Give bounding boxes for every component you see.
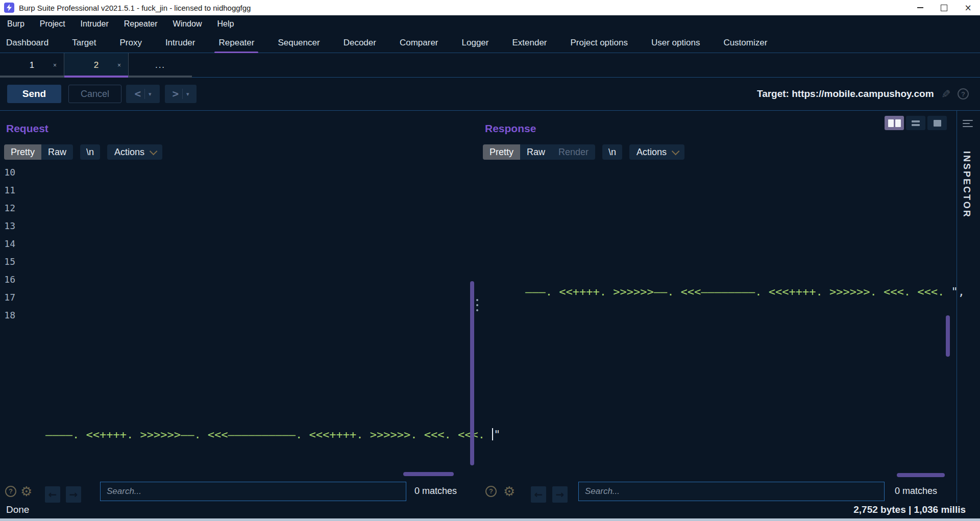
close-tab-icon[interactable]: × bbox=[53, 62, 57, 69]
tab-proxy[interactable]: Proxy bbox=[119, 33, 141, 53]
response-match-count: 0 matches bbox=[895, 480, 937, 503]
tab-comparer[interactable]: Comparer bbox=[400, 33, 438, 53]
layout-single-button[interactable] bbox=[927, 116, 947, 130]
single-panel-icon bbox=[934, 120, 941, 127]
divider bbox=[144, 89, 145, 99]
repeater-tab-1[interactable]: 1 × bbox=[0, 53, 64, 77]
gear-icon[interactable]: ⚙ bbox=[20, 480, 32, 503]
tab-sequencer[interactable]: Sequencer bbox=[278, 33, 320, 53]
menu-intruder[interactable]: Intruder bbox=[81, 19, 109, 29]
response-render-tab[interactable]: Render bbox=[552, 144, 595, 160]
response-actions-button[interactable]: Actions bbox=[629, 144, 684, 160]
search-prev-button[interactable]: ← bbox=[531, 483, 546, 506]
request-search-input[interactable] bbox=[100, 482, 406, 501]
panel-splitter-handle[interactable] bbox=[476, 299, 478, 311]
burp-app-icon bbox=[4, 3, 14, 13]
forward-request-button[interactable]: > ▾ bbox=[165, 85, 197, 103]
request-view-buttons: Pretty Raw \n Actions bbox=[4, 144, 162, 160]
help-icon[interactable]: ? bbox=[5, 480, 16, 503]
menu-burp[interactable]: Burp bbox=[7, 19, 24, 29]
layout-columns-button[interactable] bbox=[885, 116, 904, 130]
tab-user-options[interactable]: User options bbox=[651, 33, 700, 53]
tab-intruder[interactable]: Intruder bbox=[165, 33, 195, 53]
close-tab-icon[interactable]: × bbox=[117, 62, 121, 69]
close-icon[interactable]: × bbox=[956, 0, 980, 15]
chevron-down-icon[interactable]: ▾ bbox=[149, 91, 152, 97]
request-newline-toggle[interactable]: \n bbox=[80, 144, 100, 160]
response-vertical-scrollbar[interactable] bbox=[946, 315, 950, 357]
request-actions-button[interactable]: Actions bbox=[107, 144, 162, 160]
chevron-down-icon[interactable]: ▾ bbox=[186, 91, 189, 97]
search-prev-button[interactable]: ← bbox=[45, 483, 60, 506]
cancel-button[interactable]: Cancel bbox=[68, 85, 121, 103]
response-format-group: Pretty Raw Render bbox=[483, 144, 595, 160]
help-icon[interactable]: ? bbox=[485, 480, 497, 503]
tab-customizer[interactable]: Customizer bbox=[723, 33, 767, 53]
forward-arrow-icon: > bbox=[172, 88, 179, 100]
target-block: Target: https://mobile.campushoy.com ✎ ? bbox=[757, 78, 969, 110]
tab-dashboard[interactable]: Dashboard bbox=[6, 33, 48, 53]
response-newline-toggle[interactable]: \n bbox=[602, 144, 622, 160]
request-code-tail: " bbox=[494, 428, 500, 441]
tab-extender[interactable]: Extender bbox=[512, 33, 547, 53]
repeater-tab-more[interactable]: ... bbox=[129, 53, 192, 77]
status-text: Done bbox=[6, 504, 29, 515]
tab-target[interactable]: Target bbox=[72, 33, 96, 53]
gear-icon[interactable]: ⚙ bbox=[503, 480, 515, 503]
tab-repeater[interactable]: Repeater bbox=[218, 33, 254, 53]
request-match-count: 0 matches bbox=[414, 480, 457, 503]
back-request-button[interactable]: < ▾ bbox=[126, 85, 160, 103]
repeater-tab-more-label: ... bbox=[155, 60, 165, 70]
search-next-button[interactable]: → bbox=[552, 483, 568, 506]
search-next-button[interactable]: → bbox=[66, 483, 81, 506]
menu-project[interactable]: Project bbox=[40, 19, 65, 29]
tab-project-options[interactable]: Project options bbox=[571, 33, 628, 53]
layout-toggle-group bbox=[885, 116, 947, 130]
divider bbox=[182, 89, 183, 99]
inspector-toggle-icon[interactable] bbox=[963, 117, 976, 130]
response-view-buttons: Pretty Raw Render \n Actions bbox=[483, 144, 684, 160]
request-raw-tab[interactable]: Raw bbox=[41, 144, 73, 160]
request-format-group: Pretty Raw bbox=[4, 144, 73, 160]
help-icon[interactable]: ? bbox=[958, 88, 969, 100]
columns-icon bbox=[895, 119, 901, 127]
layout-rows-button[interactable] bbox=[906, 116, 925, 130]
response-pretty-tab[interactable]: Pretty bbox=[483, 144, 520, 160]
repeater-toolbar: Send Cancel < ▾ > ▾ Target: https://mobi… bbox=[0, 78, 980, 111]
request-editor-line[interactable]: ————. <<++++. >>>>>>——. <<<——————————. <… bbox=[18, 415, 500, 454]
request-pretty-tab[interactable]: Pretty bbox=[4, 144, 41, 160]
minimize-icon[interactable] bbox=[908, 0, 932, 15]
maximize-icon[interactable] bbox=[932, 0, 956, 15]
rows-icon bbox=[912, 120, 920, 126]
chevron-down-icon bbox=[150, 147, 158, 155]
burp-suite-window: Burp Suite Professional v2021.5.1 - fuck… bbox=[0, 0, 980, 521]
request-vertical-scrollbar[interactable] bbox=[470, 281, 474, 465]
menu-bar: Burp Project Intruder Repeater Window He… bbox=[0, 15, 980, 33]
response-code-tail: ", bbox=[951, 285, 965, 298]
window-bottom-edge bbox=[0, 518, 980, 521]
title-bar: Burp Suite Professional v2021.5.1 - fuck… bbox=[0, 0, 980, 15]
request-line-numbers: 10 11 12 13 14 15 16 17 18 bbox=[0, 163, 15, 324]
request-horizontal-scrollbar[interactable] bbox=[403, 472, 454, 476]
menu-repeater[interactable]: Repeater bbox=[124, 19, 158, 29]
response-horizontal-scrollbar[interactable] bbox=[897, 473, 945, 477]
response-editor-line[interactable]: ———. <<++++. >>>>>>——. <<<————————. <<<+… bbox=[498, 272, 965, 311]
repeater-tab-2-label: 2 bbox=[94, 60, 99, 70]
edit-target-icon[interactable]: ✎ bbox=[941, 88, 950, 101]
request-code-text: ————. <<++++. >>>>>>——. <<<——————————. <… bbox=[45, 428, 492, 441]
repeater-tab-1-label: 1 bbox=[30, 60, 34, 70]
columns-icon bbox=[888, 119, 894, 127]
response-raw-tab[interactable]: Raw bbox=[520, 144, 552, 160]
request-actions-label: Actions bbox=[114, 144, 144, 160]
window-controls: × bbox=[908, 0, 980, 15]
menu-window[interactable]: Window bbox=[173, 19, 202, 29]
tab-decoder[interactable]: Decoder bbox=[344, 33, 376, 53]
menu-help[interactable]: Help bbox=[217, 19, 234, 29]
inspector-tab[interactable]: INSPECTOR bbox=[961, 151, 972, 218]
tab-logger[interactable]: Logger bbox=[462, 33, 489, 53]
repeater-tab-2[interactable]: 2 × bbox=[64, 53, 129, 77]
response-search-input[interactable] bbox=[578, 482, 885, 501]
send-button[interactable]: Send bbox=[7, 85, 61, 103]
target-url: Target: https://mobile.campushoy.com bbox=[757, 88, 934, 100]
response-actions-label: Actions bbox=[636, 144, 667, 160]
